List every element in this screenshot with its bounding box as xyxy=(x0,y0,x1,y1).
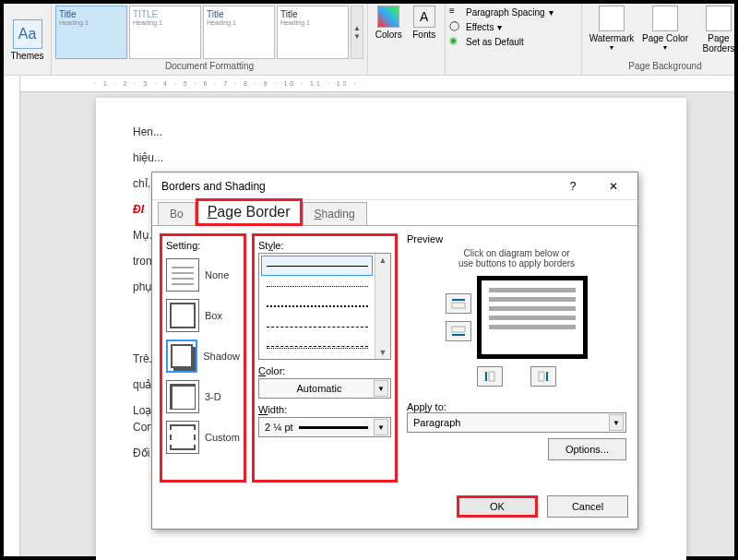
style-label: Style: xyxy=(258,240,391,251)
colors-icon xyxy=(377,6,399,28)
page-borders-icon xyxy=(706,6,732,31)
document-area: · 1 · 2 · 3 · 4 · 5 · 6 · 7 · 8 · 9 · 10… xyxy=(4,76,734,556)
style-card[interactable]: TITLEHeading 1 xyxy=(129,6,201,59)
setting-custom-icon xyxy=(166,421,199,454)
style-card[interactable]: TitleHeading 1 xyxy=(277,6,349,59)
watermark-icon xyxy=(599,6,625,31)
settings-panel: Setting: None Box Shadow xyxy=(160,233,246,483)
colors-button[interactable]: Colors xyxy=(372,6,406,40)
setting-box[interactable]: Box xyxy=(166,295,240,336)
style-card[interactable]: TitleHeading 1 xyxy=(55,6,127,59)
fonts-icon: A xyxy=(413,6,435,28)
svg-rect-3 xyxy=(452,327,465,332)
cancel-button[interactable]: Cancel xyxy=(547,495,628,518)
setting-none[interactable]: None xyxy=(166,255,240,295)
setting-shadow-icon xyxy=(166,340,197,373)
style-card[interactable]: TitleHeading 1 xyxy=(203,6,275,59)
style-listbox[interactable]: ▲▼ xyxy=(258,253,391,360)
group-label: Document Formatting xyxy=(55,61,363,73)
width-label: Width: xyxy=(258,404,391,415)
style-gallery-more[interactable]: ▲▼ xyxy=(351,6,363,59)
set-default-button[interactable]: ◉Set as Default xyxy=(449,35,577,48)
color-combo[interactable]: Automatic ▼ xyxy=(258,378,391,399)
svg-rect-6 xyxy=(546,372,548,381)
svg-rect-7 xyxy=(539,372,544,381)
setting-3d-icon xyxy=(166,380,199,413)
chevron-down-icon: ▼ xyxy=(609,414,624,431)
tab-borders[interactable]: Bo xyxy=(158,202,196,225)
svg-rect-2 xyxy=(452,334,465,336)
border-top-button[interactable] xyxy=(446,293,471,314)
border-left-button[interactable] xyxy=(477,366,503,387)
page-color-button[interactable]: Page Color▾ xyxy=(639,6,691,52)
setting-box-icon xyxy=(166,299,199,332)
svg-rect-5 xyxy=(489,372,494,381)
style-scrollbar[interactable]: ▲▼ xyxy=(375,254,390,359)
border-right-button[interactable] xyxy=(530,366,556,387)
options-button[interactable]: Options... xyxy=(548,438,626,460)
setting-label: Setting: xyxy=(166,240,240,251)
setting-none-icon xyxy=(166,258,199,292)
dialog-titlebar: Borders and Shading ? ✕ xyxy=(152,173,637,200)
ok-button[interactable]: OK xyxy=(457,495,538,518)
horizontal-ruler[interactable]: · 1 · 2 · 3 · 4 · 5 · 6 · 7 · 8 · 9 · 10… xyxy=(20,76,734,92)
effects-button[interactable]: ◯Effects▾ xyxy=(449,20,577,33)
ribbon: Aa Themes TitleHeading 1 TITLEHeading 1 … xyxy=(4,4,734,76)
svg-rect-4 xyxy=(485,372,487,381)
help-button[interactable]: ? xyxy=(553,173,593,199)
chevron-down-icon: ▼ xyxy=(374,380,388,397)
width-combo[interactable]: 2 ¼ pt ▼ xyxy=(258,417,391,437)
svg-rect-1 xyxy=(452,303,465,308)
vertical-ruler[interactable] xyxy=(4,76,20,556)
style-option[interactable] xyxy=(261,296,373,316)
style-option[interactable] xyxy=(261,276,373,296)
setting-shadow[interactable]: Shadow xyxy=(166,336,240,376)
scroll-down-icon[interactable]: ▼ xyxy=(379,348,387,357)
style-option[interactable] xyxy=(261,316,373,337)
style-option[interactable] xyxy=(261,256,373,276)
svg-rect-0 xyxy=(452,299,465,301)
setting-3d[interactable]: 3-D xyxy=(166,376,240,417)
group-label: Page Background xyxy=(586,61,738,73)
tab-page-border[interactable]: Page Border xyxy=(196,198,303,226)
themes-label: Themes xyxy=(10,51,43,61)
preview-diagram[interactable] xyxy=(477,276,588,359)
color-label: Color: xyxy=(258,365,391,376)
page-color-icon xyxy=(652,6,678,31)
apply-to-label: Apply to: xyxy=(407,401,446,412)
page-borders-button[interactable]: Page Borders xyxy=(693,6,738,54)
effects-icon: ◯ xyxy=(449,20,462,33)
style-option[interactable] xyxy=(261,337,373,357)
dialog-title: Borders and Shading xyxy=(161,180,266,193)
preview-label: Preview xyxy=(407,233,443,244)
paragraph-spacing-icon: ≡ xyxy=(449,6,462,18)
dialog-tabs: Bo Page Border Shading xyxy=(152,200,637,226)
preview-panel: Preview Click on diagram below oruse but… xyxy=(403,233,630,483)
tab-shading[interactable]: Shading xyxy=(303,202,367,225)
themes-icon: Aa xyxy=(13,19,42,49)
preview-hint: Click on diagram below oruse buttons to … xyxy=(407,248,626,268)
themes-button[interactable]: Aa Themes xyxy=(7,6,47,61)
paragraph-spacing-button[interactable]: ≡Paragraph Spacing▾ xyxy=(449,6,577,18)
watermark-button[interactable]: Watermark▾ xyxy=(586,6,637,52)
style-panel: Style: ▲▼ Color: xyxy=(252,233,398,483)
borders-shading-dialog: Borders and Shading ? ✕ Bo Page Border S… xyxy=(151,172,638,530)
setting-custom[interactable]: Custom xyxy=(166,417,240,458)
fonts-button[interactable]: AFonts xyxy=(408,6,442,40)
scroll-up-icon[interactable]: ▲ xyxy=(379,256,387,265)
apply-to-combo[interactable]: Paragraph ▼ xyxy=(407,412,626,433)
close-button[interactable]: ✕ xyxy=(593,173,634,199)
check-icon: ◉ xyxy=(449,35,462,48)
border-bottom-button[interactable] xyxy=(446,321,471,341)
chevron-down-icon: ▼ xyxy=(374,419,388,435)
